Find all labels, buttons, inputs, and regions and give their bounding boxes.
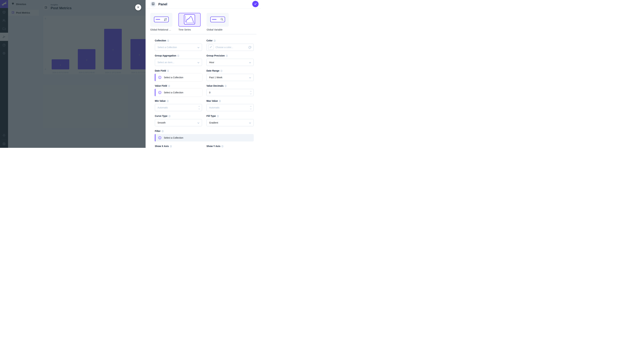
field-label: Fill Type xyxy=(206,115,216,117)
field-group-precision: Group Precision {} Hour xyxy=(206,54,254,66)
raw-value-icon[interactable]: {} xyxy=(220,69,222,72)
chevron-down-icon xyxy=(249,76,251,78)
field-label: Color xyxy=(206,39,213,42)
max-value-input[interactable]: Automatic xyxy=(206,104,254,111)
raw-value-icon[interactable]: {} xyxy=(226,54,228,57)
field-label: Group Aggregation xyxy=(155,54,176,57)
raw-value-icon[interactable]: {} xyxy=(214,39,216,42)
panel-options-form: Collection {} Select a Collection Color … xyxy=(146,39,261,148)
chevron-down-icon xyxy=(198,46,199,48)
panel-type-label: Global Relational Varia... xyxy=(150,28,172,31)
info-icon xyxy=(158,136,162,140)
input-swap-icon xyxy=(154,15,169,24)
raw-value-icon[interactable]: {} xyxy=(217,115,219,117)
input-search-icon xyxy=(210,15,226,24)
chevron-down-icon xyxy=(249,61,251,63)
group-aggregation-select[interactable]: Select an item... xyxy=(155,59,202,66)
field-label: Date Range xyxy=(206,69,219,72)
stepper-down-icon xyxy=(250,93,252,94)
value-field-notice[interactable]: Select a Collection xyxy=(155,89,202,96)
drawer-header: Panel xyxy=(146,0,261,9)
field-label: Value Field xyxy=(155,84,167,87)
line-chart-icon xyxy=(183,14,196,26)
min-value-input[interactable]: Automatic xyxy=(155,104,202,111)
field-show-x-axis: Show X Axis {} xyxy=(155,144,202,148)
color-swatch-button[interactable] xyxy=(208,44,214,50)
stepper-down-icon xyxy=(250,108,252,109)
date-field-notice[interactable]: Select a Collection xyxy=(155,74,202,81)
filter-notice[interactable]: Select a Collection xyxy=(155,134,254,141)
raw-value-icon[interactable]: {} xyxy=(167,100,169,102)
raw-value-icon[interactable]: {} xyxy=(167,69,169,72)
raw-value-icon[interactable]: {} xyxy=(168,85,170,87)
stepper-down-icon xyxy=(198,108,200,109)
collection-select[interactable]: Select a Collection xyxy=(155,43,202,51)
field-label: Curve Type xyxy=(155,115,167,117)
pencil-icon xyxy=(210,46,212,49)
date-range-select[interactable]: Past 1 Week xyxy=(206,74,254,81)
field-date-range: Date Range {} Past 1 Week xyxy=(206,69,254,81)
number-stepper[interactable] xyxy=(250,104,252,111)
chevron-down-icon xyxy=(249,122,251,123)
panel-type-global-relational-variable[interactable]: Global Relational Varia... xyxy=(150,13,172,31)
field-label: Show Y Axis xyxy=(206,145,220,147)
field-group-aggregation: Group Aggregation {} Select an item... xyxy=(155,54,202,66)
value-decimals-input[interactable]: 0 xyxy=(206,89,254,96)
close-icon xyxy=(137,6,140,9)
panel-type-time-series[interactable]: Time Series xyxy=(178,13,200,31)
raw-value-icon[interactable]: {} xyxy=(219,100,221,102)
raw-value-icon[interactable]: {} xyxy=(225,85,226,87)
raw-value-icon[interactable]: {} xyxy=(222,145,224,147)
field-color: Color {} Choose a color... xyxy=(206,39,254,51)
field-fill-type: Fill Type {} Gradient xyxy=(206,114,254,126)
panel-type-label: Global Variable xyxy=(206,28,229,31)
number-stepper[interactable] xyxy=(250,89,252,96)
field-date-field: Date Field {} Select a Collection xyxy=(155,69,202,81)
stepper-up-icon xyxy=(198,106,200,107)
field-label: Date Field xyxy=(155,69,166,72)
field-label: Show X Axis xyxy=(155,145,169,147)
field-show-y-axis: Show Y Axis {} xyxy=(206,144,254,148)
section-divider xyxy=(150,34,256,34)
fill-type-select[interactable]: Gradient xyxy=(206,119,254,126)
info-icon xyxy=(158,91,162,94)
field-curve-type: Curve Type {} Smooth xyxy=(155,114,202,126)
field-label: Min Value xyxy=(155,99,166,102)
palette-icon xyxy=(248,45,252,50)
panel-type-list: Global Relational Varia... xyxy=(150,13,261,31)
field-max-value: Max Value {} Automatic xyxy=(206,99,254,111)
field-min-value: Min Value {} Automatic xyxy=(155,99,202,111)
chevron-down-icon xyxy=(198,61,199,63)
directus-app: ⚙ xyxy=(0,0,261,148)
field-label: Max Value xyxy=(206,99,218,102)
panel-type-global-variable[interactable]: Global Variable xyxy=(206,13,229,31)
drawer-title: Panel xyxy=(158,2,167,6)
chevron-down-icon xyxy=(198,122,199,123)
raw-value-icon[interactable]: {} xyxy=(162,130,164,132)
group-precision-select[interactable]: Hour xyxy=(206,59,254,66)
close-drawer-button[interactable] xyxy=(135,4,141,10)
number-stepper[interactable] xyxy=(198,104,200,111)
raw-value-icon[interactable]: {} xyxy=(167,39,169,42)
raw-value-icon[interactable]: {} xyxy=(168,115,170,117)
stepper-up-icon xyxy=(250,106,252,107)
field-value-field: Value Field {} Select a Collection xyxy=(155,84,202,96)
save-panel-button[interactable] xyxy=(252,1,258,7)
stepper-up-icon xyxy=(250,91,252,92)
color-input[interactable]: Choose a color... xyxy=(206,43,254,51)
panel-type-label: Time Series xyxy=(178,28,200,31)
check-icon xyxy=(254,2,257,6)
global-variable-tile xyxy=(206,13,229,27)
insert-chart-icon xyxy=(152,2,155,6)
drawer-overlay[interactable] xyxy=(0,0,146,148)
curve-type-select[interactable]: Smooth xyxy=(155,119,202,126)
raw-value-icon[interactable]: {} xyxy=(170,145,172,147)
field-label: Collection xyxy=(155,39,166,42)
panel-icon-circle xyxy=(150,1,156,7)
field-label: Group Precision xyxy=(206,54,225,57)
field-filter: Filter {} Select a Collection xyxy=(155,129,254,141)
raw-value-icon[interactable]: {} xyxy=(178,54,179,57)
global-relational-variable-tile xyxy=(150,13,172,27)
field-label: Value Decimals xyxy=(206,84,224,87)
field-label: Filter xyxy=(155,130,160,132)
